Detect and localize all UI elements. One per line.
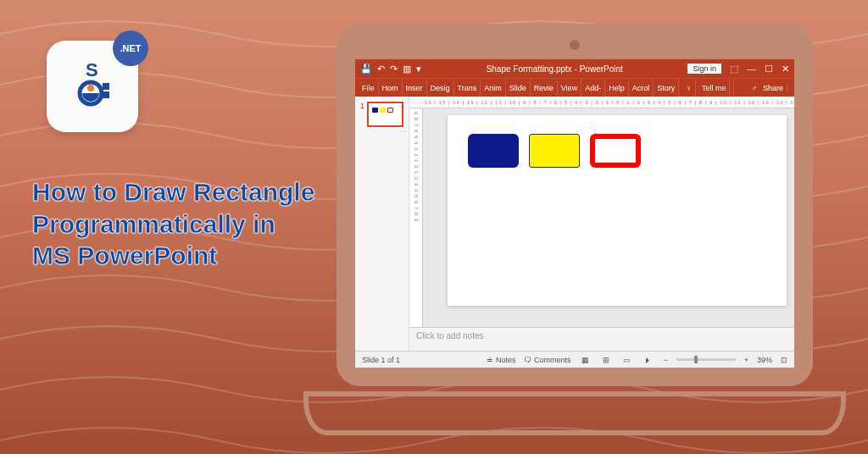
- tab-design[interactable]: Desig: [427, 79, 454, 97]
- svg-rect-3: [103, 83, 109, 90]
- slide-counter: Slide 1 of 1: [362, 356, 400, 364]
- notes-pane[interactable]: Click to add notes: [409, 327, 794, 351]
- tab-slideshow[interactable]: Slide: [506, 79, 531, 97]
- tab-home[interactable]: Hom: [379, 79, 403, 97]
- zoom-in-button[interactable]: +: [744, 356, 748, 364]
- product-logo: .NET S: [47, 41, 138, 132]
- save-icon[interactable]: 💾: [360, 64, 372, 75]
- svg-point-2: [87, 85, 94, 91]
- fit-window-icon[interactable]: ⊡: [781, 356, 787, 364]
- horizontal-ruler: 16 | 15 | 14 | 13 | 12 | 11 | 10 | 9 | 8…: [409, 97, 794, 108]
- slide-editor: 16 | 15 | 14 | 13 | 12 | 11 | 10 | 9 | 8…: [409, 97, 794, 351]
- title-bar: 💾 ↶ ↷ ▥ ▾ Shape Formatting.pptx - PowerP…: [355, 59, 794, 78]
- slide-canvas[interactable]: [448, 115, 787, 306]
- laptop-illustration: 💾 ↶ ↷ ▥ ▾ Shape Formatting.pptx - PowerP…: [303, 24, 846, 440]
- svg-text:S: S: [86, 59, 98, 80]
- close-button[interactable]: ✕: [782, 64, 789, 75]
- slide-thumbnails-panel: 1: [355, 97, 409, 351]
- document-title: Shape Formatting.pptx - PowerPoint: [421, 64, 687, 74]
- undo-icon[interactable]: ↶: [377, 64, 385, 75]
- slideshow-view-icon[interactable]: ⏵: [642, 356, 654, 364]
- tab-insert[interactable]: Inser: [403, 79, 427, 97]
- tab-help[interactable]: Help: [605, 79, 629, 97]
- article-title: How to Draw Rectangle Programmatically i…: [32, 176, 337, 272]
- blue-rectangle-shape[interactable]: [468, 134, 519, 168]
- status-bar: Slide 1 of 1 ≐ Notes 🗨 Comments ▦ ⊞ ▭ ⏵ …: [355, 351, 794, 368]
- comments-button[interactable]: 🗨 Comments: [524, 356, 570, 364]
- laptop-base: [303, 391, 846, 435]
- notes-toggle-button[interactable]: ≐ Notes: [487, 356, 515, 364]
- tab-animations[interactable]: Anim: [481, 79, 506, 97]
- ribbon-options-icon[interactable]: ⬚: [730, 64, 738, 75]
- tab-storyboard[interactable]: Story: [654, 79, 679, 97]
- zoom-out-button[interactable]: −: [663, 356, 667, 364]
- lightbulb-icon: ♀: [682, 79, 696, 97]
- camera-icon: [570, 40, 580, 50]
- slides-logo-icon: S: [65, 58, 120, 115]
- tab-addins[interactable]: Add-: [581, 79, 605, 97]
- tab-file[interactable]: File: [359, 79, 379, 97]
- tab-acrobat[interactable]: Acrol: [629, 79, 654, 97]
- tab-view[interactable]: View: [558, 79, 581, 97]
- zoom-slider[interactable]: [676, 358, 736, 361]
- normal-view-icon[interactable]: ▦: [579, 356, 592, 364]
- signin-button[interactable]: Sign in: [687, 64, 721, 74]
- yellow-rectangle-shape[interactable]: [529, 134, 580, 168]
- tab-transitions[interactable]: Trans: [454, 79, 481, 97]
- vertical-ruler: 9 8 7 6 5 4 3 2 1 0 1 2 3 4 5 6 7 8 9: [409, 108, 423, 327]
- slide-thumbnail-1[interactable]: [367, 102, 403, 127]
- red-outline-rectangle-shape[interactable]: [590, 134, 641, 168]
- start-slideshow-icon[interactable]: ▥: [403, 64, 411, 75]
- reading-view-icon[interactable]: ▭: [620, 356, 633, 364]
- zoom-level[interactable]: 39%: [757, 356, 772, 364]
- powerpoint-window: 💾 ↶ ↷ ▥ ▾ Shape Formatting.pptx - PowerP…: [355, 59, 794, 368]
- tab-review[interactable]: Revie: [531, 79, 558, 97]
- share-button[interactable]: ♂ Share: [748, 79, 791, 97]
- ribbon-tabs: File Hom Inser Desig Trans Anim Slide Re…: [355, 78, 794, 97]
- svg-rect-4: [103, 91, 109, 98]
- tell-me-search[interactable]: ♀Tell me: [679, 79, 734, 97]
- redo-icon[interactable]: ↷: [390, 64, 398, 75]
- maximize-button[interactable]: ☐: [765, 64, 773, 75]
- thumbnail-number: 1: [360, 102, 364, 110]
- sorter-view-icon[interactable]: ⊞: [600, 356, 612, 364]
- minimize-button[interactable]: —: [747, 64, 756, 74]
